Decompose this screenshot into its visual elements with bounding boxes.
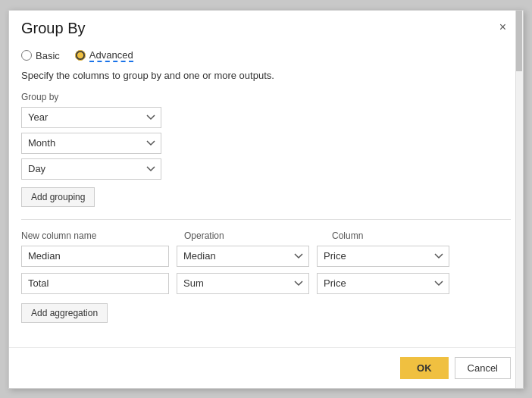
agg-headers: New column name Operation Column	[21, 230, 511, 241]
scrollbar-thumb[interactable]	[516, 11, 522, 71]
advanced-label: Advanced	[89, 49, 133, 62]
agg-operation-select-0[interactable]: Median Sum Average Min Max Count Count D…	[177, 246, 309, 267]
groupby-select-0[interactable]: Year Month Day Price	[21, 107, 161, 128]
groupby-select-1[interactable]: Year Month Day Price	[21, 133, 161, 154]
aggregation-section: New column name Operation Column Median …	[21, 230, 511, 323]
basic-label: Basic	[36, 50, 60, 61]
groupby-select-2[interactable]: Year Month Day Price	[21, 158, 161, 180]
close-button[interactable]: ×	[495, 20, 511, 35]
advanced-radio[interactable]	[75, 50, 86, 61]
agg-header-column: Column	[332, 230, 472, 241]
divider	[21, 219, 511, 220]
dialog-body: Basic Advanced Specify the columns to gr…	[9, 43, 523, 347]
groupby-section: Group by Year Month Day Price Year Month…	[21, 92, 511, 207]
agg-row-0: Median Sum Average Min Max Count Count D…	[21, 246, 511, 267]
dialog-title: Group By	[21, 20, 85, 37]
agg-header-name: New column name	[21, 230, 177, 241]
agg-column-select-0[interactable]: Price Year Month Day	[317, 246, 449, 267]
ok-button[interactable]: OK	[400, 357, 449, 379]
dialog-header: Group By ×	[9, 11, 523, 43]
agg-row-1: Median Sum Average Min Max Count Count D…	[21, 273, 511, 294]
add-grouping-button[interactable]: Add grouping	[21, 187, 95, 207]
basic-radio[interactable]	[21, 50, 32, 61]
groupby-row-0: Year Month Day Price	[21, 107, 511, 128]
groupby-section-label: Group by	[21, 92, 511, 102]
cancel-button[interactable]: Cancel	[455, 357, 511, 379]
groupby-row-2: Year Month Day Price	[21, 158, 511, 180]
group-by-dialog: Group By × Basic Advanced Specify the co…	[8, 10, 524, 389]
radio-group: Basic Advanced	[21, 49, 511, 62]
agg-operation-select-1[interactable]: Median Sum Average Min Max Count Count D…	[177, 273, 309, 294]
basic-radio-label[interactable]: Basic	[21, 50, 60, 61]
agg-name-input-1[interactable]	[21, 273, 169, 294]
description-text: Specify the columns to group by and one …	[21, 70, 511, 81]
agg-name-input-0[interactable]	[21, 246, 169, 267]
dialog-footer: OK Cancel	[9, 347, 523, 388]
groupby-row-1: Year Month Day Price	[21, 133, 511, 154]
advanced-radio-label[interactable]: Advanced	[75, 49, 133, 62]
add-aggregation-button[interactable]: Add aggregation	[21, 303, 108, 323]
agg-header-operation: Operation	[184, 230, 324, 241]
agg-column-select-1[interactable]: Price Year Month Day	[317, 273, 449, 294]
scrollbar-track	[515, 11, 523, 388]
